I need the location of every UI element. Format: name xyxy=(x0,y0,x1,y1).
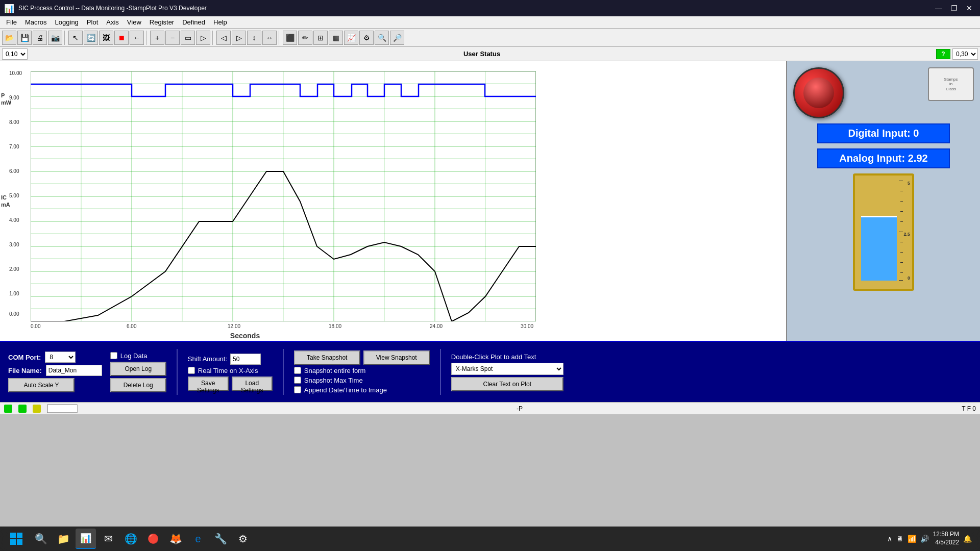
menu-file[interactable]: File xyxy=(2,17,21,27)
tb-search[interactable]: 🔍 xyxy=(375,31,389,45)
open-log-button[interactable]: Open Log xyxy=(110,362,166,376)
start-button[interactable] xyxy=(4,529,29,549)
tb-pan-right[interactable]: ▷ xyxy=(232,31,246,45)
tray-wifi[interactable]: 📶 xyxy=(908,535,916,543)
tb-zoom-fit[interactable]: ▷ xyxy=(196,31,210,45)
tb-grid[interactable]: ⊞ xyxy=(313,31,328,45)
ytick-1: 1.00 xyxy=(9,291,19,296)
divider-2 xyxy=(283,349,284,395)
menu-plot[interactable]: Plot xyxy=(83,17,102,27)
minimize-button[interactable]: — xyxy=(932,3,945,13)
maximize-button[interactable]: ❐ xyxy=(947,3,961,13)
take-snapshot-button[interactable]: Take Snapshot xyxy=(294,350,360,365)
tb-pen[interactable]: ✏ xyxy=(298,31,312,45)
ytick-7: 7.00 xyxy=(9,144,19,149)
status-ind-3 xyxy=(33,405,41,413)
append-date-checkbox[interactable] xyxy=(294,386,301,393)
tb-save[interactable]: 💾 xyxy=(17,31,32,45)
tray-network[interactable]: 🖥 xyxy=(896,535,903,543)
tb-print[interactable]: 🖨 xyxy=(33,31,47,45)
menu-help[interactable]: Help xyxy=(209,17,231,27)
text-option-select[interactable]: X-Marks Spot Arrow Text Box Circle xyxy=(451,363,564,375)
status-green-button[interactable]: ? xyxy=(936,49,950,59)
taskbar-mail[interactable]: ✉ xyxy=(98,529,118,549)
tb-zoom-rect[interactable]: ▭ xyxy=(181,31,195,45)
taskbar-browser[interactable]: 🌐 xyxy=(120,529,141,549)
tb-settings[interactable]: ⚙ xyxy=(359,31,374,45)
tb-rect[interactable]: ⬛ xyxy=(283,31,297,45)
file-name-row: File Name: xyxy=(8,365,102,376)
tb-scale[interactable]: ↕ xyxy=(247,31,261,45)
ytick-8: 8.00 xyxy=(9,119,19,125)
tb-open[interactable]: 📂 xyxy=(2,31,16,45)
menu-view[interactable]: View xyxy=(123,17,145,27)
taskbar-app4[interactable]: ⚙ xyxy=(233,529,253,549)
gauge-tick-2 xyxy=(900,242,903,242)
taskbar-app2[interactable]: 🔴 xyxy=(143,529,163,549)
tb-back[interactable]: ← xyxy=(130,31,144,45)
tray-volume[interactable]: 🔊 xyxy=(920,535,929,543)
addr-select-2[interactable]: 0,30 xyxy=(952,48,978,60)
taskbar-edge[interactable]: e xyxy=(188,529,208,549)
snapshot-entire-checkbox[interactable] xyxy=(294,367,301,374)
taskbar-firefox[interactable]: 🦊 xyxy=(165,529,186,549)
tb-pan-left[interactable]: ◁ xyxy=(216,31,231,45)
xtick-0: 0.00 xyxy=(31,323,40,329)
snapshot-section: Take Snapshot View Snapshot Snapshot ent… xyxy=(294,350,430,394)
view-snapshot-button[interactable]: View Snapshot xyxy=(363,350,430,365)
tb-cursor[interactable]: ↖ xyxy=(68,31,83,45)
menu-register[interactable]: Register xyxy=(145,17,178,27)
tb-scale2[interactable]: ↔ xyxy=(262,31,277,45)
menu-defined[interactable]: Defined xyxy=(178,17,209,27)
tb-table[interactable]: ▦ xyxy=(329,31,343,45)
status-tfo-text: T F 0 xyxy=(962,405,976,412)
main-content: PmW ICmA 10.00 9.00 8.00 7.00 6.00 5.00 … xyxy=(0,61,980,341)
taskbar-app-active[interactable]: 📊 xyxy=(76,529,96,549)
taskbar-search[interactable]: 🔍 xyxy=(31,529,51,549)
log-data-checkbox[interactable] xyxy=(110,352,117,359)
snapshot-max-checkbox[interactable] xyxy=(294,377,301,384)
shift-amount-row: Shift Amount: xyxy=(188,354,273,365)
tray-chevron[interactable]: ∧ xyxy=(887,535,892,543)
gauge-tick-1b xyxy=(900,252,903,253)
red-button[interactable] xyxy=(793,67,844,118)
tb-zoom-in[interactable]: + xyxy=(150,31,164,45)
log-section: Log Data Open Log Delete Log xyxy=(110,352,166,392)
tray-time[interactable]: 12:58 PM 4/5/2022 xyxy=(933,531,959,546)
auto-scale-button[interactable]: Auto Scale Y xyxy=(8,378,75,392)
file-name-input[interactable] xyxy=(46,365,102,376)
load-settings-button[interactable]: LoadSettings xyxy=(232,377,273,391)
addr-select-1[interactable]: 0,10 xyxy=(2,48,28,60)
real-time-checkbox[interactable] xyxy=(188,367,195,374)
taskbar-app3[interactable]: 🔧 xyxy=(210,529,231,549)
save-settings-button[interactable]: SaveSettings xyxy=(188,377,229,391)
toolbar: 📂 💾 🖨 📷 ↖ 🔄 🖼 ⏹ ← + − ▭ ▷ ◁ ▷ ↕ ↔ ⬛ ✏ ⊞ … xyxy=(0,29,980,47)
ytick-9: 9.00 xyxy=(9,95,19,101)
tb-stop[interactable]: ⏹ xyxy=(114,31,129,45)
gauge-tick-3a xyxy=(900,211,903,212)
taskbar-files[interactable]: 📁 xyxy=(53,529,74,549)
tray-notification[interactable]: 🔔 xyxy=(963,535,972,543)
menu-logging[interactable]: Logging xyxy=(51,17,83,27)
save-load-row: SaveSettings LoadSettings xyxy=(188,377,273,391)
delete-log-button[interactable]: Delete Log xyxy=(110,378,166,392)
app-icon: 📊 xyxy=(4,4,14,13)
toolbar-sep2 xyxy=(146,31,148,45)
menu-macros[interactable]: Macros xyxy=(21,17,51,27)
tb-refresh[interactable]: 🔄 xyxy=(84,31,98,45)
close-button[interactable]: ✕ xyxy=(963,3,976,13)
svg-rect-36 xyxy=(17,539,22,545)
clear-text-button[interactable]: Clear Text on Plot xyxy=(451,377,564,391)
com-port-select[interactable]: 8 xyxy=(45,352,76,363)
x-axis-title: Seconds xyxy=(230,332,260,340)
tb-image[interactable]: 🖼 xyxy=(99,31,113,45)
tb-zoom-out[interactable]: − xyxy=(165,31,180,45)
tb-chart[interactable]: 📈 xyxy=(344,31,358,45)
tb-zoom-glass[interactable]: 🔎 xyxy=(390,31,404,45)
gauge-tick-2_5 xyxy=(899,232,903,232)
tb-camera[interactable]: 📷 xyxy=(48,31,62,45)
shift-amount-label: Shift Amount: xyxy=(188,355,227,363)
menu-axis[interactable]: Axis xyxy=(102,17,123,27)
xtick-12: 12.00 xyxy=(228,323,240,329)
shift-amount-input[interactable] xyxy=(230,354,261,365)
